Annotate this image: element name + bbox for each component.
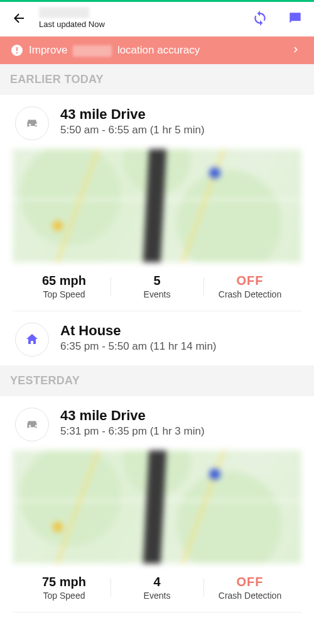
stat-label: Top Speed <box>18 289 111 299</box>
stat-top-speed[interactable]: 75 mph Top Speed <box>18 575 111 601</box>
stat-label: Events <box>111 289 203 299</box>
timeline-drive-entry[interactable]: 43 mile Drive 5:31 pm - 6:35 pm (1 hr 3 … <box>0 396 314 450</box>
drive-map[interactable] <box>13 450 301 564</box>
map-marker-yellow <box>53 522 63 532</box>
stat-value: 75 mph <box>18 575 111 589</box>
banner-prefix: Improve <box>29 44 67 56</box>
stat-crash-detection[interactable]: OFF Crash Detection <box>203 274 296 299</box>
entry-icon-circle <box>15 408 49 441</box>
app-header: Last updated Now <box>0 2 314 36</box>
map-marker-blue <box>209 167 220 179</box>
stat-value: 65 mph <box>18 274 111 288</box>
svg-rect-1 <box>16 47 18 51</box>
stat-events[interactable]: 5 Events <box>111 274 203 299</box>
timeline-drive-entry[interactable]: 43 mile Drive 5:50 am - 6:55 am (1 hr 5 … <box>0 95 314 149</box>
entry-title: At House <box>60 323 217 339</box>
back-button[interactable] <box>10 9 28 27</box>
drive-map-container <box>0 450 314 564</box>
chevron-right-icon <box>291 45 303 56</box>
chat-icon <box>287 10 303 26</box>
stat-label: Crash Detection <box>203 591 296 601</box>
drive-map-container <box>0 149 314 262</box>
header-meta: Last updated Now <box>39 7 251 29</box>
last-updated-text: Last updated Now <box>39 19 251 29</box>
svg-rect-2 <box>16 52 18 53</box>
refresh-button[interactable] <box>251 9 269 27</box>
entry-icon-circle <box>15 106 49 140</box>
stat-crash-detection[interactable]: OFF Crash Detection <box>203 575 296 601</box>
banner-suffix: location accuracy <box>117 44 200 56</box>
stat-value: OFF <box>203 575 296 589</box>
entry-time: 6:35 pm - 5:50 am (11 hr 14 min) <box>60 340 217 353</box>
divider <box>13 612 301 613</box>
entry-time: 5:31 pm - 6:35 pm (1 hr 3 min) <box>60 425 205 438</box>
banner-name-redacted <box>73 45 112 57</box>
banner-text: Improve location accuracy <box>29 44 200 57</box>
drive-stats-row: 65 mph Top Speed 5 Events OFF Crash Dete… <box>13 262 301 311</box>
entry-time: 5:50 am - 6:55 am (1 hr 5 min) <box>60 124 205 136</box>
stat-top-speed[interactable]: 65 mph Top Speed <box>18 274 111 299</box>
stat-value: 5 <box>111 274 203 288</box>
stat-label: Events <box>111 591 203 601</box>
entry-text: At House 6:35 pm - 5:50 am (11 hr 14 min… <box>60 323 217 353</box>
drive-stats-row: 75 mph Top Speed 4 Events OFF Crash Dete… <box>13 564 301 612</box>
banner-content: Improve location accuracy <box>11 44 291 57</box>
stat-label: Top Speed <box>18 591 111 601</box>
section-earlier-today: EARLIER TODAY <box>0 64 314 95</box>
location-accuracy-banner[interactable]: Improve location accuracy <box>0 36 314 64</box>
header-actions <box>251 9 304 27</box>
stat-value: 4 <box>111 575 203 589</box>
refresh-icon <box>252 10 268 26</box>
car-icon <box>24 115 40 131</box>
entry-title: 43 mile Drive <box>60 408 205 424</box>
map-route <box>142 149 166 262</box>
drive-map[interactable] <box>13 149 301 262</box>
entry-text: 43 mile Drive 5:50 am - 6:55 am (1 hr 5 … <box>60 106 205 136</box>
stat-events[interactable]: 4 Events <box>111 575 203 601</box>
chat-button[interactable] <box>286 9 304 27</box>
stat-value: OFF <box>203 274 296 288</box>
home-icon <box>24 332 40 347</box>
entry-title: 43 mile Drive <box>60 106 205 123</box>
map-marker-blue <box>209 469 220 480</box>
stat-label: Crash Detection <box>203 289 296 299</box>
map-marker-yellow <box>53 221 63 231</box>
back-icon <box>11 11 26 26</box>
entry-text: 43 mile Drive 5:31 pm - 6:35 pm (1 hr 3 … <box>60 408 205 438</box>
alert-icon <box>11 45 23 56</box>
entry-icon-circle <box>15 323 49 357</box>
map-route <box>142 450 166 564</box>
member-name-redacted <box>39 7 89 18</box>
car-icon <box>24 416 40 433</box>
section-yesterday: YESTERDAY <box>0 365 314 396</box>
timeline-place-entry[interactable]: At House 6:35 pm - 5:50 am (11 hr 14 min… <box>0 311 314 365</box>
